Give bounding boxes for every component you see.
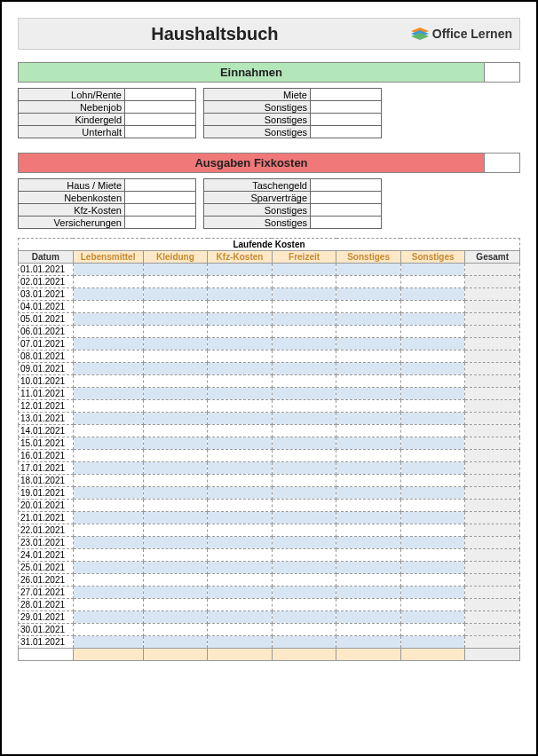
running-data-cell[interactable]: [73, 574, 143, 587]
running-data-cell[interactable]: [272, 599, 336, 611]
running-data-cell[interactable]: [336, 276, 401, 288]
fixed-left-value[interactable]: [125, 179, 196, 192]
running-data-cell[interactable]: [208, 624, 273, 636]
running-data-cell[interactable]: [336, 611, 401, 624]
running-data-cell[interactable]: [336, 413, 401, 425]
fixed-left-value[interactable]: [125, 217, 196, 229]
running-data-cell[interactable]: [272, 425, 336, 437]
running-data-cell[interactable]: [143, 437, 208, 450]
income-right-value[interactable]: [311, 126, 382, 138]
running-data-cell[interactable]: [272, 587, 336, 599]
running-data-cell[interactable]: [400, 599, 465, 611]
running-data-cell[interactable]: [336, 537, 401, 549]
running-data-cell[interactable]: [208, 611, 273, 624]
running-data-cell[interactable]: [272, 574, 336, 587]
running-data-cell[interactable]: [336, 264, 401, 276]
income-right-value[interactable]: [311, 114, 382, 126]
running-data-cell[interactable]: [336, 313, 401, 326]
running-data-cell[interactable]: [400, 400, 465, 413]
running-data-cell[interactable]: [400, 338, 465, 350]
running-data-cell[interactable]: [400, 437, 465, 450]
income-left-value[interactable]: [125, 101, 196, 114]
running-data-cell[interactable]: [143, 562, 208, 574]
running-data-cell[interactable]: [336, 599, 401, 611]
running-data-cell[interactable]: [336, 624, 401, 636]
running-data-cell[interactable]: [143, 313, 208, 326]
running-data-cell[interactable]: [272, 475, 336, 487]
running-data-cell[interactable]: [272, 326, 336, 338]
running-data-cell[interactable]: [73, 611, 143, 624]
running-data-cell[interactable]: [272, 549, 336, 562]
running-data-cell[interactable]: [73, 512, 143, 524]
running-data-cell[interactable]: [208, 450, 273, 462]
running-data-cell[interactable]: [336, 288, 401, 301]
running-data-cell[interactable]: [73, 276, 143, 288]
running-data-cell[interactable]: [143, 500, 208, 512]
running-data-cell[interactable]: [143, 363, 208, 375]
running-data-cell[interactable]: [208, 562, 273, 574]
running-data-cell[interactable]: [208, 512, 273, 524]
running-data-cell[interactable]: [336, 375, 401, 388]
running-data-cell[interactable]: [143, 264, 208, 276]
income-right-value[interactable]: [311, 101, 382, 114]
running-data-cell[interactable]: [400, 288, 465, 301]
running-data-cell[interactable]: [336, 437, 401, 450]
running-data-cell[interactable]: [73, 301, 143, 313]
running-data-cell[interactable]: [73, 350, 143, 363]
fixed-right-value[interactable]: [311, 204, 382, 217]
running-data-cell[interactable]: [208, 462, 273, 475]
running-data-cell[interactable]: [208, 587, 273, 599]
running-data-cell[interactable]: [73, 375, 143, 388]
running-data-cell[interactable]: [73, 462, 143, 475]
running-data-cell[interactable]: [143, 512, 208, 524]
running-data-cell[interactable]: [73, 537, 143, 549]
running-data-cell[interactable]: [336, 487, 401, 500]
running-data-cell[interactable]: [336, 500, 401, 512]
running-data-cell[interactable]: [208, 636, 273, 649]
running-data-cell[interactable]: [272, 450, 336, 462]
running-data-cell[interactable]: [400, 425, 465, 437]
running-data-cell[interactable]: [143, 587, 208, 599]
running-data-cell[interactable]: [400, 264, 465, 276]
running-data-cell[interactable]: [208, 338, 273, 350]
running-data-cell[interactable]: [336, 388, 401, 400]
running-data-cell[interactable]: [208, 537, 273, 549]
running-data-cell[interactable]: [73, 624, 143, 636]
running-data-cell[interactable]: [73, 413, 143, 425]
running-data-cell[interactable]: [208, 574, 273, 587]
running-data-cell[interactable]: [143, 326, 208, 338]
running-data-cell[interactable]: [208, 487, 273, 500]
running-data-cell[interactable]: [208, 524, 273, 537]
running-data-cell[interactable]: [143, 450, 208, 462]
running-data-cell[interactable]: [336, 475, 401, 487]
running-data-cell[interactable]: [73, 562, 143, 574]
running-data-cell[interactable]: [400, 301, 465, 313]
running-data-cell[interactable]: [73, 326, 143, 338]
running-data-cell[interactable]: [400, 512, 465, 524]
running-data-cell[interactable]: [400, 537, 465, 549]
running-data-cell[interactable]: [272, 500, 336, 512]
running-data-cell[interactable]: [208, 437, 273, 450]
running-data-cell[interactable]: [143, 338, 208, 350]
fixed-left-value[interactable]: [125, 204, 196, 217]
running-data-cell[interactable]: [208, 301, 273, 313]
running-data-cell[interactable]: [73, 363, 143, 375]
running-data-cell[interactable]: [208, 400, 273, 413]
running-data-cell[interactable]: [73, 487, 143, 500]
running-data-cell[interactable]: [272, 537, 336, 549]
running-data-cell[interactable]: [336, 338, 401, 350]
running-data-cell[interactable]: [336, 350, 401, 363]
running-data-cell[interactable]: [400, 276, 465, 288]
income-right-value[interactable]: [311, 89, 382, 101]
running-data-cell[interactable]: [73, 264, 143, 276]
running-data-cell[interactable]: [143, 624, 208, 636]
running-data-cell[interactable]: [336, 326, 401, 338]
running-data-cell[interactable]: [272, 301, 336, 313]
running-data-cell[interactable]: [208, 388, 273, 400]
income-left-value[interactable]: [125, 89, 196, 101]
running-data-cell[interactable]: [143, 400, 208, 413]
running-data-cell[interactable]: [208, 313, 273, 326]
running-data-cell[interactable]: [272, 288, 336, 301]
running-data-cell[interactable]: [272, 524, 336, 537]
running-data-cell[interactable]: [272, 413, 336, 425]
